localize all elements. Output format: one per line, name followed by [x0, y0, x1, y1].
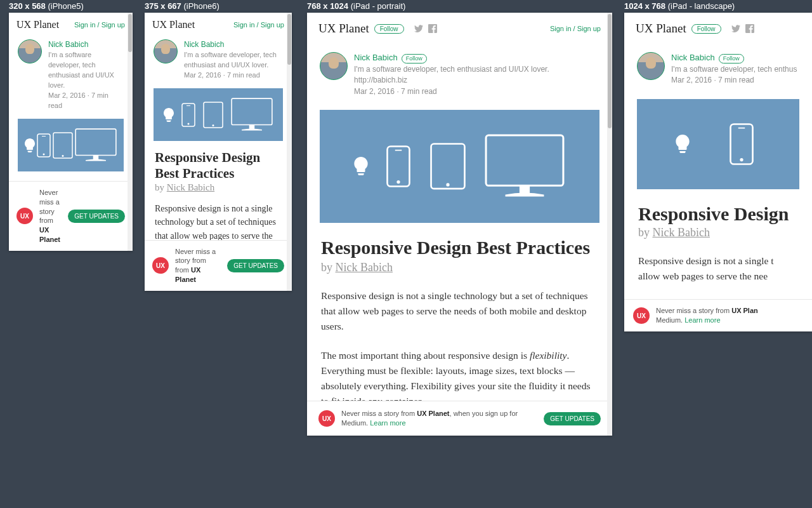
author-block: Nick Babich I'm a software developer, te…: [145, 34, 292, 88]
bulb-icon: [163, 108, 174, 122]
monitor-icon: [483, 133, 566, 200]
scrollbar[interactable]: [287, 13, 292, 291]
signin-link[interactable]: Sign in / Sign up: [74, 21, 125, 29]
author-avatar[interactable]: [154, 39, 178, 64]
article-paragraph: The most important thing about responsiv…: [321, 348, 598, 409]
follow-author-button[interactable]: Follow: [402, 54, 427, 64]
scrollbar-thumb[interactable]: [608, 14, 612, 128]
footer-cta: UX Never miss a story from UX PlanMedium…: [624, 299, 812, 331]
learn-more-link[interactable]: Learn more: [684, 316, 720, 324]
byline-author-link[interactable]: Nick Babich: [336, 261, 393, 274]
viewport-label-3: 768 x 1024 (iPad - portrait): [307, 1, 405, 11]
footer-text: Never miss a story from from UX Planet: [175, 247, 221, 284]
article-paragraph: Responsive design is not a single techno…: [321, 288, 598, 334]
hero-image: [18, 119, 124, 171]
author-block: Nick Babich I'm a software developer, te…: [9, 34, 133, 119]
learn-more-link[interactable]: Learn more: [370, 419, 405, 427]
viewport-label-2: 375 x 667 (iPhone6): [145, 1, 219, 11]
twitter-icon[interactable]: [414, 24, 423, 33]
twitter-icon[interactable]: [731, 24, 740, 33]
footer-text: Never miss a story from UX PlanMedium. L…: [656, 306, 758, 325]
author-bio: I'm a software developer, tech enthus: [671, 64, 797, 75]
author-name-link[interactable]: Nick Babich: [48, 40, 88, 49]
byline-author-link[interactable]: Nick Babich: [653, 226, 710, 239]
phone-icon: [728, 122, 755, 166]
viewport-ipad-portrait: UX Planet Follow Sign in / Sign up Nick …: [307, 13, 612, 436]
author-meta-line: Mar 2, 2016 · 7 min read: [48, 91, 124, 111]
get-updates-button[interactable]: GET UPDATES: [544, 412, 601, 425]
article-byline: by Nick Babich: [155, 182, 282, 193]
tablet-icon: [202, 101, 224, 129]
author-avatar[interactable]: [320, 52, 348, 80]
footer-text: Never miss a story from UX Planet: [39, 188, 62, 244]
hero-image: [637, 99, 799, 189]
article-byline: by Nick Babich: [321, 261, 598, 274]
signin-link[interactable]: Sign in / Sign up: [233, 21, 284, 29]
viewport-iphone6: UX Planet Sign in / Sign up Nick Babich …: [145, 13, 292, 291]
author-avatar[interactable]: [637, 52, 665, 80]
facebook-icon[interactable]: [745, 24, 754, 33]
footer-cta: UX Never miss a story from UX Planet, wh…: [307, 401, 612, 436]
ux-badge-icon: UX: [318, 410, 335, 427]
scrollbar-thumb[interactable]: [287, 14, 291, 65]
get-updates-button[interactable]: GET UPDATES: [227, 259, 284, 272]
phone-icon: [181, 102, 196, 128]
header: UX Planet Follow Sign in / Sign up: [307, 13, 612, 41]
viewport-label-4: 1024 x 768 (iPad - landscape): [624, 1, 735, 11]
viewport-ipad-landscape: UX Planet Follow Nick BabichFollow I'm a…: [624, 13, 812, 331]
header: UX Planet Follow: [624, 13, 812, 41]
brand-link[interactable]: UX Planet: [318, 22, 369, 36]
author-block: Nick BabichFollow I'm a software develop…: [307, 41, 612, 110]
bulb-icon: [24, 138, 36, 152]
monitor-icon: [230, 97, 273, 132]
brand-link[interactable]: UX Planet: [152, 19, 195, 30]
phone-icon: [385, 144, 412, 189]
viewport-iphone5: UX Planet Sign in / Sign up Nick Babich …: [9, 13, 133, 251]
article-paragraph: Responsive design is not a single tallow…: [638, 253, 798, 284]
author-name-link[interactable]: Nick Babich: [671, 53, 715, 62]
header: UX Planet Sign in / Sign up: [145, 13, 292, 34]
author-avatar[interactable]: [18, 39, 42, 64]
scrollbar-thumb[interactable]: [128, 14, 132, 52]
bulb-icon: [353, 157, 369, 175]
author-block: Nick BabichFollow I'm a software develop…: [624, 41, 812, 99]
follow-button[interactable]: Follow: [691, 24, 721, 34]
tablet-icon: [52, 131, 74, 159]
author-meta-line: Mar 2, 2016 · 7 min read: [184, 70, 283, 81]
bulb-icon: [675, 135, 690, 153]
article-title: Responsive Design Best Practices: [155, 150, 282, 180]
article-byline: by Nick Babich: [638, 226, 798, 239]
get-updates-button[interactable]: GET UPDATES: [68, 210, 125, 223]
header: UX Planet Sign in / Sign up: [9, 13, 133, 34]
author-meta-line: Mar 2, 2016 · 7 min read: [354, 86, 599, 97]
scrollbar[interactable]: [128, 13, 133, 251]
author-name-link[interactable]: Nick Babich: [354, 53, 398, 62]
follow-button[interactable]: Follow: [374, 24, 404, 34]
monitor-icon: [74, 128, 117, 163]
ux-badge-icon: UX: [633, 307, 650, 324]
scrollbar[interactable]: [607, 13, 612, 436]
facebook-icon[interactable]: [428, 24, 437, 33]
tablet-icon: [429, 142, 467, 191]
footer-text: Never miss a story from UX Planet, when …: [341, 409, 537, 428]
author-bio: I'm a software developer, tech enthusias…: [48, 50, 124, 91]
byline-author-link[interactable]: Nick Babich: [167, 182, 214, 192]
follow-author-button[interactable]: Follow: [719, 54, 744, 64]
brand-link[interactable]: UX Planet: [636, 22, 686, 36]
brand-link[interactable]: UX Planet: [16, 19, 59, 30]
viewport-label-1: 320 x 568 (iPhone5): [9, 1, 84, 11]
ux-badge-icon: UX: [152, 257, 169, 274]
article-title: Responsive Design Best Practices: [321, 237, 598, 259]
signin-link[interactable]: Sign in / Sign up: [550, 25, 601, 32]
hero-image: [154, 88, 283, 141]
article-title: Responsive Design: [638, 203, 798, 225]
author-meta-line: Mar 2, 2016 · 7 min read: [671, 75, 797, 86]
footer-cta: UX Never miss a story from UX Planet GET…: [9, 181, 133, 251]
ux-badge-icon: UX: [16, 208, 33, 224]
footer-cta: UX Never miss a story from from UX Plane…: [145, 240, 292, 291]
author-bio: I'm a software developer, tech enthusias…: [354, 64, 599, 86]
hero-image: [320, 110, 599, 223]
author-name-link[interactable]: Nick Babich: [184, 40, 224, 49]
author-bio: I'm a software developer, tech enthusias…: [184, 50, 283, 70]
phone-icon: [36, 133, 51, 158]
